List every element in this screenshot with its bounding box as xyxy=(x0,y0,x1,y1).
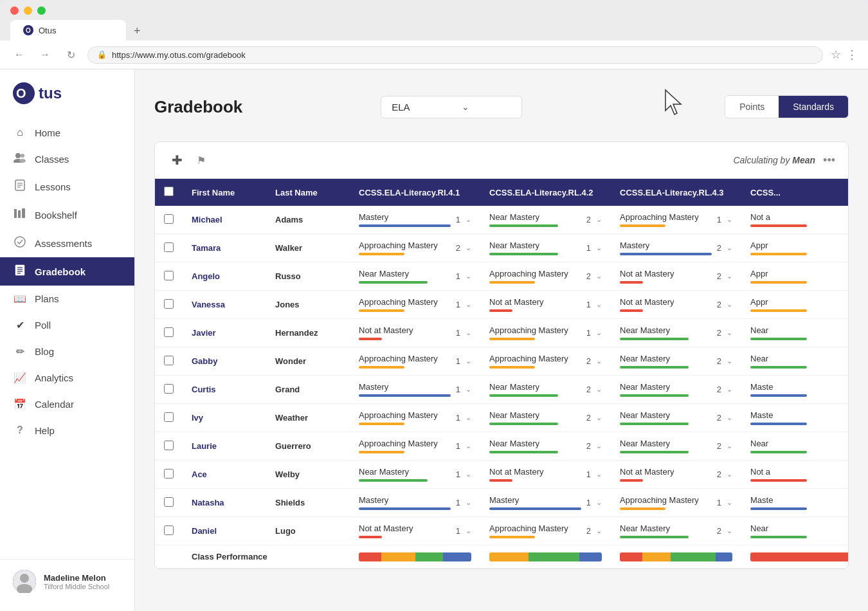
row-checkbox[interactable] xyxy=(164,271,174,280)
mastery-expand-icon[interactable]: ⌄ xyxy=(727,414,732,422)
mastery-expand-icon[interactable]: ⌄ xyxy=(727,215,732,224)
mastery-expand-icon[interactable]: ⌄ xyxy=(466,414,471,422)
url-text: https://www.my.otus.com/gradebook xyxy=(112,50,246,60)
sidebar-item-gradebook[interactable]: Gradebook xyxy=(0,257,134,286)
sidebar-item-home[interactable]: ⌂ Home xyxy=(0,120,134,145)
sidebar-item-blog[interactable]: ✏ Blog xyxy=(0,338,134,365)
mastery-expand-icon[interactable]: ⌄ xyxy=(727,244,732,252)
bookmark-button[interactable]: ☆ xyxy=(831,48,841,62)
row-checkbox[interactable] xyxy=(164,469,174,479)
refresh-button[interactable]: ↻ xyxy=(62,46,80,64)
sidebar-item-help[interactable]: ? Help xyxy=(0,417,134,443)
new-tab-button[interactable]: + xyxy=(129,22,146,41)
row-checkbox[interactable] xyxy=(164,242,174,252)
row-checkbox[interactable] xyxy=(164,299,174,309)
more-options-button[interactable]: ••• xyxy=(823,154,835,167)
mastery-expand-icon[interactable]: ⌄ xyxy=(466,527,471,535)
cell-first-name: Laurie xyxy=(183,432,266,461)
perf-segment xyxy=(579,552,602,561)
standards-view-button[interactable]: Standards xyxy=(779,96,848,118)
sidebar-item-classes[interactable]: Classes xyxy=(0,145,134,172)
analytics-icon: 📈 xyxy=(13,372,27,384)
mastery-expand-icon[interactable]: ⌄ xyxy=(727,300,732,309)
mastery-expand-icon[interactable]: ⌄ xyxy=(727,385,732,394)
sidebar-label-plans: Plans xyxy=(35,293,59,304)
back-button[interactable]: ← xyxy=(10,46,28,64)
mastery-expand-icon[interactable]: ⌄ xyxy=(727,498,732,507)
row-checkbox[interactable] xyxy=(164,525,174,535)
mastery-bar xyxy=(750,507,807,510)
mastery-expand-icon[interactable]: ⌄ xyxy=(466,498,471,507)
mastery-expand-icon[interactable]: ⌄ xyxy=(596,414,602,422)
browser-tab[interactable]: O Otus xyxy=(10,20,126,41)
mastery-expand-icon[interactable]: ⌄ xyxy=(596,300,602,309)
sidebar-item-calendar[interactable]: 📅 Calendar xyxy=(0,391,134,417)
mastery-expand-icon[interactable]: ⌄ xyxy=(727,357,732,365)
mastery-expand-icon[interactable]: ⌄ xyxy=(596,215,602,224)
mastery-expand-icon[interactable]: ⌄ xyxy=(727,470,732,479)
perf-segment xyxy=(506,552,529,561)
mastery-expand-icon[interactable]: ⌄ xyxy=(466,470,471,479)
minimize-window-button[interactable] xyxy=(24,6,32,15)
maximize-window-button[interactable] xyxy=(37,6,46,15)
cell-std4: Maste xyxy=(741,489,848,517)
select-all-checkbox[interactable] xyxy=(164,187,174,196)
add-button[interactable]: ✚ xyxy=(168,151,186,169)
row-checkbox[interactable] xyxy=(164,214,174,224)
mastery-expand-icon[interactable]: ⌄ xyxy=(596,329,602,337)
row-checkbox-cell xyxy=(155,489,183,517)
mastery-expand-icon[interactable]: ⌄ xyxy=(596,357,602,365)
cell-std2: Near Mastery 2 ⌄ xyxy=(480,206,611,234)
flag-button[interactable]: ⚑ xyxy=(192,151,210,169)
sidebar-item-bookshelf[interactable]: Bookshelf xyxy=(0,201,134,229)
sidebar-label-help: Help xyxy=(35,425,55,436)
mastery-expand-icon[interactable]: ⌄ xyxy=(727,442,732,450)
mastery-expand-icon[interactable]: ⌄ xyxy=(466,329,471,337)
row-checkbox[interactable] xyxy=(164,412,174,422)
sidebar-item-plans[interactable]: 📖 Plans xyxy=(0,286,134,312)
row-checkbox[interactable] xyxy=(164,441,174,450)
row-checkbox[interactable] xyxy=(164,356,174,365)
mastery-expand-icon[interactable]: ⌄ xyxy=(466,385,471,394)
mastery-expand-icon[interactable]: ⌄ xyxy=(727,272,732,280)
mastery-expand-icon[interactable]: ⌄ xyxy=(596,498,602,507)
mastery-expand-icon[interactable]: ⌄ xyxy=(596,470,602,479)
menu-button[interactable]: ⋮ xyxy=(846,48,858,62)
address-bar[interactable]: 🔒 https://www.my.otus.com/gradebook xyxy=(87,46,823,64)
mastery-expand-icon[interactable]: ⌄ xyxy=(596,385,602,394)
row-checkbox[interactable] xyxy=(164,497,174,507)
mastery-expand-icon[interactable]: ⌄ xyxy=(727,329,732,337)
mastery-expand-icon[interactable]: ⌄ xyxy=(466,215,471,224)
help-icon: ? xyxy=(13,424,27,436)
mastery-expand-icon[interactable]: ⌄ xyxy=(466,442,471,450)
mastery-bar xyxy=(620,366,689,369)
row-checkbox[interactable] xyxy=(164,384,174,394)
cell-std2: Not at Mastery 1 ⌄ xyxy=(480,291,611,319)
sidebar-item-analytics[interactable]: 📈 Analytics xyxy=(0,365,134,391)
sidebar-item-poll[interactable]: ✔ Poll xyxy=(0,312,134,338)
cell-first-name: Tamara xyxy=(183,234,266,262)
subject-dropdown[interactable]: ELA ⌄ xyxy=(381,96,522,118)
mastery-expand-icon[interactable]: ⌄ xyxy=(466,272,471,280)
cell-last-name: Guerrero xyxy=(266,432,350,461)
mastery-expand-icon[interactable]: ⌄ xyxy=(596,272,602,280)
row-checkbox[interactable] xyxy=(164,327,174,337)
mastery-expand-icon[interactable]: ⌄ xyxy=(727,527,732,535)
sidebar-item-lessons[interactable]: Lessons xyxy=(0,172,134,201)
mastery-bar xyxy=(750,479,807,482)
table-wrapper[interactable]: First Name Last Name CCSS.ELA-Literacy.R… xyxy=(155,179,848,569)
sidebar-item-assessments[interactable]: Assessments xyxy=(0,229,134,257)
cell-first-name: Angelo xyxy=(183,262,266,291)
user-profile[interactable]: Madeline Melon Tilford Middle School xyxy=(0,559,134,603)
points-view-button[interactable]: Points xyxy=(725,96,779,118)
mastery-expand-icon[interactable]: ⌄ xyxy=(466,300,471,309)
mastery-expand-icon[interactable]: ⌄ xyxy=(596,244,602,252)
mastery-expand-icon[interactable]: ⌄ xyxy=(466,357,471,365)
forward-button[interactable]: → xyxy=(36,46,54,64)
row-checkbox-cell xyxy=(155,206,183,234)
close-window-button[interactable] xyxy=(10,6,19,15)
mastery-expand-icon[interactable]: ⌄ xyxy=(466,244,471,252)
mastery-expand-icon[interactable]: ⌄ xyxy=(596,527,602,535)
mastery-expand-icon[interactable]: ⌄ xyxy=(596,442,602,450)
cell-std2: Approaching Mastery 2 ⌄ xyxy=(480,517,611,545)
